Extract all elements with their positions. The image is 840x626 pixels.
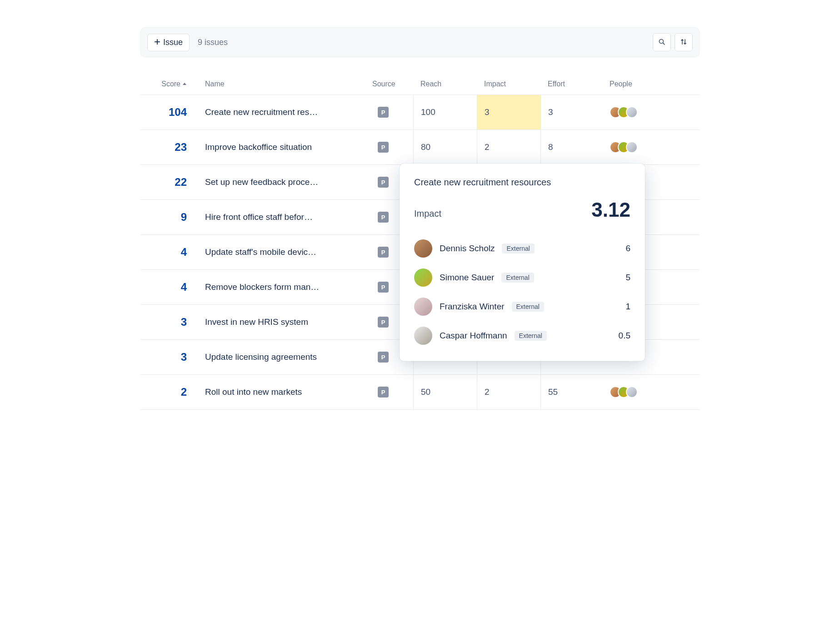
cell-effort[interactable]: 55 [540, 375, 604, 409]
cell-effort[interactable]: 3 [540, 95, 604, 129]
cell-score: 104 [140, 106, 200, 119]
cell-source: P [372, 387, 413, 397]
column-header-reach[interactable]: Reach [413, 80, 477, 88]
cell-score: 4 [140, 246, 200, 258]
source-badge: P [378, 212, 389, 223]
sort-icon [680, 38, 688, 47]
external-badge: External [512, 302, 544, 312]
external-badge: External [501, 273, 534, 283]
contributor-name: Simone Sauer [440, 273, 494, 283]
contributor-row[interactable]: Dennis ScholzExternal6 [414, 234, 630, 263]
cell-score: 3 [140, 316, 200, 328]
source-badge: P [378, 107, 389, 118]
avatar [414, 268, 432, 287]
cell-impact[interactable]: 2 [477, 375, 540, 409]
cell-impact[interactable]: 2 [477, 130, 540, 164]
avatar-stack [610, 386, 638, 398]
contributor-row[interactable]: Franziska WinterExternal1 [414, 292, 630, 321]
cell-name[interactable]: Create new recruitment res… [200, 107, 372, 117]
search-button[interactable] [653, 33, 671, 51]
cell-score: 9 [140, 211, 200, 224]
cell-people[interactable] [604, 386, 677, 398]
avatar-stack [610, 106, 638, 118]
cell-reach[interactable]: 100 [413, 95, 477, 129]
avatar [626, 141, 638, 153]
popover-metric-label: Impact [414, 209, 441, 219]
cell-name[interactable]: Update staff's mobile devic… [200, 247, 372, 257]
contributor-value: 6 [625, 243, 630, 253]
avatar [626, 386, 638, 398]
contributor-value: 5 [625, 273, 630, 283]
popover-title: Create new recruitment resources [414, 177, 630, 188]
cell-name[interactable]: Roll out into new markets [200, 387, 372, 397]
contributor-name: Caspar Hoffmann [440, 331, 507, 341]
contributor-value: 1 [625, 302, 630, 312]
source-badge: P [378, 177, 389, 188]
column-header-source[interactable]: Source [372, 80, 413, 88]
contributor-row[interactable]: Simone SauerExternal5 [414, 263, 630, 292]
issue-count: 9 issues [198, 38, 228, 47]
sort-asc-icon [182, 80, 187, 88]
cell-name[interactable]: Remove blockers form man… [200, 282, 372, 292]
source-badge: P [378, 317, 389, 328]
avatar [626, 106, 638, 118]
sort-button[interactable] [675, 33, 693, 51]
cell-score: 2 [140, 386, 200, 398]
external-badge: External [502, 243, 534, 253]
cell-score: 3 [140, 351, 200, 363]
table-header-row: Score Name Source Reach Impact Effort Pe… [140, 74, 700, 95]
column-header-score[interactable]: Score [140, 80, 200, 88]
new-issue-button[interactable]: Issue [147, 34, 190, 51]
source-badge: P [378, 282, 389, 293]
column-header-name[interactable]: Name [200, 80, 372, 88]
cell-reach[interactable]: 50 [413, 375, 477, 409]
contributor-name: Dennis Scholz [440, 243, 495, 253]
cell-reach[interactable]: 80 [413, 130, 477, 164]
avatar [414, 327, 432, 345]
cell-effort[interactable]: 8 [540, 130, 604, 164]
cell-source: P [372, 107, 413, 118]
source-badge: P [378, 142, 389, 153]
cell-impact[interactable]: 3 [477, 95, 540, 129]
impact-detail-popover: Create new recruitment resources Impact … [400, 164, 645, 361]
contributor-row[interactable]: Caspar HoffmannExternal0.5 [414, 321, 630, 350]
contributor-name: Franziska Winter [440, 302, 505, 312]
table-row[interactable]: 23Improve backoffice situationP8028 [140, 130, 700, 165]
cell-score: 23 [140, 141, 200, 154]
column-header-effort[interactable]: Effort [540, 80, 604, 88]
cell-source: P [372, 142, 413, 153]
cell-people[interactable] [604, 106, 677, 118]
cell-name[interactable]: Hire front office staff befor… [200, 212, 372, 222]
column-header-impact[interactable]: Impact [477, 80, 540, 88]
cell-name[interactable]: Improve backoffice situation [200, 142, 372, 152]
contributor-value: 0.5 [619, 331, 630, 341]
popover-metric-value: 3.12 [591, 199, 630, 221]
cell-score: 4 [140, 281, 200, 293]
source-badge: P [378, 352, 389, 363]
toolbar: Issue 9 issues [140, 27, 700, 57]
cell-score: 22 [140, 176, 200, 189]
table-row[interactable]: 2Roll out into new marketsP50255 [140, 375, 700, 410]
cell-name[interactable]: Invest in new HRIS system [200, 317, 372, 327]
external-badge: External [515, 331, 547, 341]
source-badge: P [378, 247, 389, 258]
plus-icon [154, 38, 160, 47]
cell-name[interactable]: Update licensing agreements [200, 352, 372, 362]
svg-point-0 [659, 39, 663, 43]
cell-people[interactable] [604, 141, 677, 153]
new-issue-label: Issue [163, 38, 183, 47]
avatar [414, 239, 432, 258]
table-row[interactable]: 104Create new recruitment res…P10033 [140, 95, 700, 130]
avatar-stack [610, 141, 638, 153]
cell-name[interactable]: Set up new feedback proce… [200, 177, 372, 187]
source-badge: P [378, 387, 389, 397]
column-header-people[interactable]: People [604, 80, 677, 88]
avatar [414, 298, 432, 316]
search-icon [658, 38, 666, 47]
